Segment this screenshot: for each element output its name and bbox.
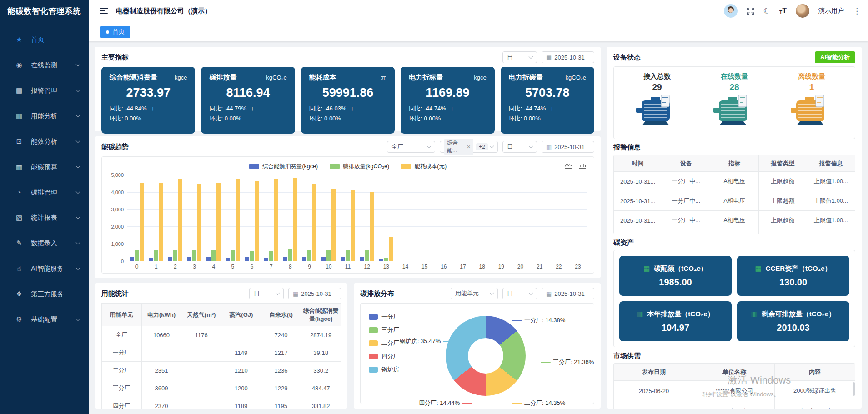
legend-item[interactable]: 综合能源消费量(kgce) [249, 163, 318, 170]
energy-period-select[interactable]: 日 [249, 288, 284, 299]
font-size-icon[interactable]: TT [779, 7, 787, 15]
dist-period-select[interactable]: 日 [502, 288, 537, 299]
sidebar-item-label: 基础配置 [31, 315, 57, 324]
donut-chart [446, 316, 526, 396]
table-row [614, 230, 855, 234]
bar [236, 179, 240, 261]
bar [283, 257, 287, 261]
table-row: 四分厂237011891195331.82 [102, 397, 341, 409]
sidebar-item-base-config[interactable]: ⚙ 基础配置 [0, 307, 89, 332]
bar-group [261, 175, 281, 261]
bar [211, 250, 216, 261]
bar-group [376, 175, 396, 261]
sidebar-item-label: 数据录入 [31, 239, 57, 248]
trend-metric-multiselect[interactable]: 综合能... ✕ +2 [440, 141, 498, 153]
metric-more-tag[interactable]: +2 [476, 143, 488, 150]
dist-legend-item[interactable]: 三分厂 [369, 326, 399, 334]
trend-scope-select[interactable]: 全厂 [387, 141, 435, 153]
collapse-menu-icon[interactable] [100, 8, 108, 14]
edit-icon: ✎ [14, 239, 25, 247]
asset-label: 剩余可排放量（tCO₂e） [762, 310, 836, 319]
bar [173, 250, 177, 261]
tab-home[interactable]: 首页 [100, 26, 130, 38]
app-logo: 能碳数智化管理系统 [0, 0, 89, 22]
chevron-down-icon [76, 240, 80, 244]
carbon-asset-card: ▦ 剩余可排放量（tCO₂e） 2010.03 [737, 301, 849, 341]
device-stat-value: 1 [809, 82, 814, 92]
kpi-card: 碳排放量 kgCO₂e 8116.94 同比: -44.79%↓ 环比: 0.0… [201, 67, 295, 134]
trend-period-select[interactable]: 日 [502, 141, 537, 153]
kpi-card: 综合能源消费量 kgce 2733.97 同比: -44.84%↓ 环比: 0.… [101, 67, 195, 134]
kpi-mom: 环比: 0.00% [509, 115, 586, 123]
chevron-down-icon [76, 62, 80, 66]
sidebar-item-energy-analysis[interactable]: ▥ 用能分析 [0, 103, 89, 129]
trend-date-picker[interactable]: ▦ 2025-10-31 [542, 141, 594, 153]
sidebar-item-label: 统计报表 [31, 214, 57, 222]
table-row: 一分厂1149121739.18 [102, 344, 341, 362]
metric-tag[interactable]: 综合能... ✕ [444, 139, 473, 155]
dist-unit-select[interactable]: 用能单元 [451, 288, 498, 299]
x-tick-label: 22 [549, 261, 568, 271]
kpi-period-select[interactable]: 日 [502, 51, 537, 63]
table-row: 2025-10-31...一分厂中...A相电压上限超额上限值1.00... [614, 172, 855, 191]
bar [255, 181, 259, 261]
dist-date-picker[interactable]: ▦ 2025-10-31 [542, 288, 594, 299]
assistant-avatar[interactable] [724, 4, 738, 18]
kpi-name: 电力折标量 [409, 73, 443, 82]
sidebar-item-home[interactable]: ★ 首页 [0, 27, 89, 52]
remove-tag-icon[interactable]: ✕ [467, 144, 471, 150]
sidebar-item-alarm-mgmt[interactable]: ▤ 报警管理 [0, 78, 89, 103]
motor-icon [787, 94, 836, 130]
bar [245, 257, 249, 261]
trend-plot [127, 175, 587, 261]
sidebar-item-ai-service[interactable]: ☝ AI智能服务 [0, 256, 89, 281]
sidebar-item-data-entry[interactable]: ✎ 数据录入 [0, 230, 89, 256]
sidebar-item-third-party[interactable]: ❖ 第三方服务 [0, 281, 89, 307]
sidebar-item-online-monitor[interactable]: ◉ 在线监测 [0, 52, 89, 78]
dist-legend-item[interactable]: 锅炉房 [369, 365, 399, 374]
dist-legend-item[interactable]: 二分厂 [369, 339, 399, 347]
bar-group [242, 175, 261, 261]
book-icon: ▥ [14, 112, 25, 120]
grid-icon: ▦ [643, 264, 650, 273]
star-icon: ★ [14, 35, 25, 44]
bar-group [472, 175, 492, 261]
down-arrow-icon: ↓ [151, 105, 155, 112]
bar-group [300, 175, 319, 261]
user-avatar[interactable] [796, 4, 809, 18]
bar [154, 250, 158, 261]
legend-item[interactable]: 碳排放量(kgCO₂e) [330, 163, 389, 170]
more-menu-icon[interactable]: ⋮ [853, 6, 861, 16]
bar [274, 179, 278, 261]
column-header: 内容 [775, 364, 855, 381]
sidebar-item-label: 用能分析 [31, 112, 57, 120]
column-header: 发布日期 [614, 364, 694, 381]
energy-date-picker[interactable]: ▦ 2025-10-31 [288, 288, 341, 299]
dist-legend-item[interactable]: 一分厂 [369, 313, 399, 321]
sidebar-item-statistics-report[interactable]: ▧ 统计报表 [0, 205, 89, 230]
line-chart-toggle-icon[interactable] [565, 162, 572, 169]
fullscreen-icon[interactable] [747, 7, 754, 15]
bar-group [549, 175, 568, 261]
ai-analysis-button[interactable]: AI智能分析 [815, 51, 855, 63]
alarm-table: 时间设备指标报警类型报警信息2025-10-31...一分厂中...A相电压上限… [613, 155, 855, 234]
bar [346, 250, 350, 261]
legend-item[interactable]: 能耗成本(元) [401, 163, 447, 170]
column-header: 综合能源消费量(kgce) [301, 304, 341, 326]
bar-chart-toggle-icon[interactable] [579, 162, 587, 169]
asset-value: 104.97 [662, 323, 689, 333]
chevron-down-icon [76, 138, 80, 143]
dist-legend-item[interactable]: 四分厂 [369, 352, 399, 360]
kpi-mom: 环比: 0.00% [110, 115, 187, 123]
dark-mode-icon[interactable]: ☾ [763, 7, 770, 15]
asset-value: 1985.00 [659, 277, 692, 288]
sidebar-item-carbon-mgmt[interactable]: ◔ 碳排管理 [0, 180, 89, 205]
sidebar-item-energy-carbon-budget[interactable]: ▦ 能碳预算 [0, 154, 89, 180]
x-tick-label: 14 [396, 261, 415, 271]
chevron-down-icon [76, 113, 80, 117]
scrollbar-thumb[interactable] [853, 382, 855, 396]
sidebar-item-efficiency-analysis[interactable]: ⊡ 能效分析 [0, 129, 89, 154]
kpi-date-picker[interactable]: ▦ 2025-10-31 [542, 51, 594, 63]
column-header: 设备 [662, 155, 710, 172]
column-header: 指标 [710, 155, 758, 172]
